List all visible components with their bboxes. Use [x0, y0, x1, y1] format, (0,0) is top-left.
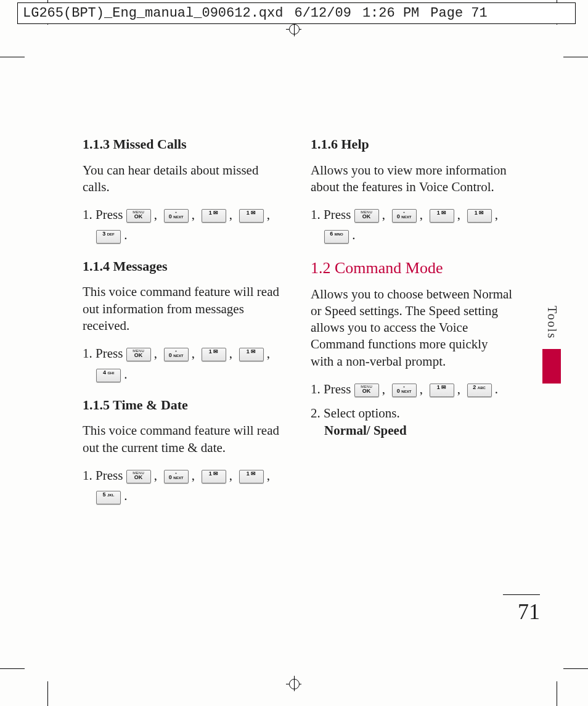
step-1-1-6: 1. Press MENUOK , +0 NEXT , 1 ✉ , 1 ✉ , … — [311, 207, 514, 244]
key-2: 2 ABC — [467, 384, 492, 397]
key-1: 1 ✉ — [239, 209, 264, 223]
key-3: 3 DEF — [96, 230, 121, 244]
key-1: 1 ✉ — [430, 209, 454, 223]
left-column: 1.1.3 Missed Calls You can hear details … — [83, 136, 286, 519]
key-1: 1 ✉ — [202, 348, 226, 361]
para-1-1-3: You can hear details about missed calls. — [83, 162, 286, 196]
key-1: 1 ✉ — [239, 470, 264, 483]
heading-1-1-4: 1.1.4 Messages — [83, 258, 286, 276]
prepress-header: LG265(BPT)_Eng_manual_090612.qxd 6/12/09… — [17, 2, 576, 24]
heading-1-1-3: 1.1.3 Missed Calls — [83, 136, 286, 154]
key-0: +0 NEXT — [164, 209, 189, 223]
key-1: 1 ✉ — [239, 348, 264, 361]
key-6: 6 MNO — [324, 230, 349, 244]
para-1-2: Allows you to choose between Normal or S… — [311, 286, 514, 370]
header-page: Page 71 — [430, 6, 487, 21]
key-menu-ok: MENUOK — [126, 470, 151, 483]
step-1-2-select: 2. Select options. Normal/ Speed — [311, 405, 514, 439]
key-4: 4 GHI — [96, 369, 121, 382]
key-1: 1 ✉ — [467, 209, 492, 223]
para-1-1-6: Allows you to view more information abou… — [311, 162, 514, 196]
key-1: 1 ✉ — [430, 384, 454, 397]
key-0: +0 NEXT — [392, 384, 417, 397]
key-5: 5 JKL — [96, 491, 121, 504]
right-column: 1.1.6 Help Allows you to view more infor… — [311, 136, 514, 519]
para-1-1-5: This voice command feature will read out… — [83, 422, 286, 456]
key-menu-ok: MENUOK — [126, 348, 151, 361]
key-0: +0 NEXT — [164, 348, 189, 361]
key-menu-ok: MENUOK — [354, 209, 379, 223]
heading-1-1-5: 1.1.5 Time & Date — [83, 396, 286, 414]
key-menu-ok: MENUOK — [354, 384, 379, 397]
registration-mark — [286, 676, 301, 691]
options-normal-speed: Normal/ Speed — [324, 422, 514, 439]
step-1-1-4: 1. Press MENUOK , +0 NEXT , 1 ✉ , 1 ✉ , … — [83, 345, 286, 383]
header-time: 1:26 PM — [362, 6, 419, 21]
key-1: 1 ✉ — [202, 470, 226, 483]
step-1-1-5: 1. Press MENUOK , +0 NEXT , 1 ✉ , 1 ✉ , … — [83, 467, 286, 505]
step-1-2-press: 1. Press MENUOK , +0 NEXT , 1 ✉ , 2 ABC … — [311, 381, 514, 398]
side-tab-tools: Tools — [542, 345, 561, 407]
key-0: +0 NEXT — [164, 470, 189, 483]
heading-1-1-6: 1.1.6 Help — [311, 136, 514, 154]
header-filename: LG265(BPT)_Eng_manual_090612.qxd — [23, 6, 283, 21]
key-menu-ok: MENUOK — [126, 209, 151, 223]
key-1: 1 ✉ — [202, 209, 226, 223]
header-date: 6/12/09 — [294, 6, 351, 21]
step-1-1-3: 1. Press MENUOK , +0 NEXT , 1 ✉ , 1 ✉ , … — [83, 207, 286, 244]
key-0: +0 NEXT — [392, 209, 417, 223]
para-1-1-4: This voice command feature will read out… — [83, 284, 286, 334]
page-number: 71 — [503, 594, 540, 625]
side-tab-label: Tools — [545, 306, 559, 339]
heading-1-2: 1.2 Command Mode — [311, 258, 514, 279]
side-tab-block — [542, 349, 561, 384]
